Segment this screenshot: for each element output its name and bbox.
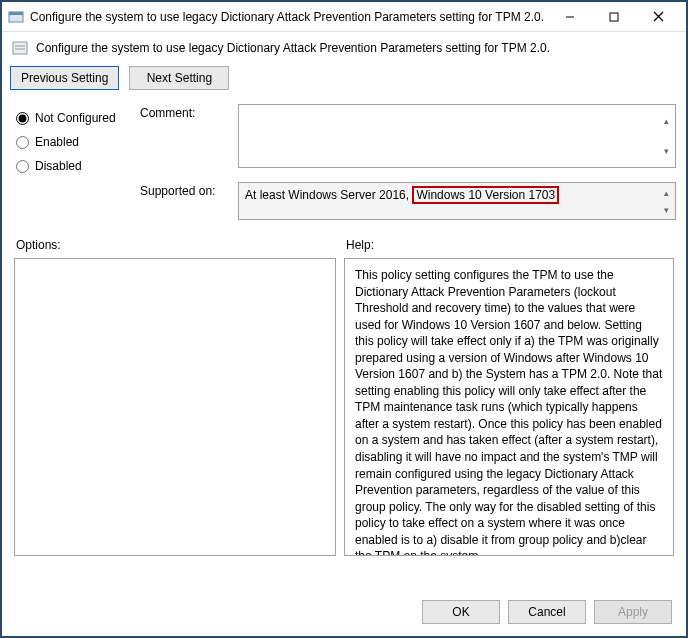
comment-input[interactable]: ▴ ▾: [238, 104, 676, 168]
comment-label: Comment:: [140, 104, 228, 168]
maximize-button[interactable]: [592, 3, 636, 31]
radio-not-configured-label: Not Configured: [35, 111, 116, 125]
radio-disabled-label: Disabled: [35, 159, 82, 173]
svg-rect-1: [9, 12, 23, 15]
dialog-footer: OK Cancel Apply: [2, 590, 686, 636]
options-header: Options:: [16, 238, 346, 252]
svg-rect-3: [610, 13, 618, 21]
radio-enabled-input[interactable]: [16, 136, 29, 149]
minimize-button[interactable]: [548, 3, 592, 31]
apply-button[interactable]: Apply: [594, 600, 672, 624]
radio-not-configured[interactable]: Not Configured: [16, 106, 128, 130]
radio-disabled[interactable]: Disabled: [16, 154, 128, 178]
close-button[interactable]: [636, 3, 680, 31]
radio-not-configured-input[interactable]: [16, 112, 29, 125]
comment-scroll-down-icon[interactable]: ▾: [658, 136, 674, 166]
policy-icon: [12, 40, 28, 56]
state-radios: Not Configured Enabled Disabled: [16, 104, 128, 220]
previous-setting-button[interactable]: Previous Setting: [10, 66, 119, 90]
nav-buttons: Previous Setting Next Setting: [2, 66, 686, 100]
policy-info-text: Configure the system to use legacy Dicti…: [36, 41, 550, 55]
supported-scroll-up-icon[interactable]: ▴: [658, 184, 674, 201]
options-panel: [14, 258, 336, 556]
supported-on-label: Supported on:: [140, 182, 228, 220]
window-title: Configure the system to use legacy Dicti…: [30, 10, 548, 24]
ok-button[interactable]: OK: [422, 600, 500, 624]
cancel-button[interactable]: Cancel: [508, 600, 586, 624]
supported-on-field: At least Windows Server 2016, Windows 10…: [238, 182, 676, 220]
policy-info-line: Configure the system to use legacy Dicti…: [2, 32, 686, 66]
comment-scroll-up-icon[interactable]: ▴: [658, 106, 674, 136]
radio-enabled-label: Enabled: [35, 135, 79, 149]
next-setting-button[interactable]: Next Setting: [129, 66, 229, 90]
help-header: Help:: [346, 238, 374, 252]
help-panel: This policy setting configures the TPM t…: [344, 258, 674, 556]
titlebar: Configure the system to use legacy Dicti…: [2, 2, 686, 32]
radio-disabled-input[interactable]: [16, 160, 29, 173]
supported-on-highlight: Windows 10 Version 1703: [412, 186, 559, 204]
gpedit-icon: [8, 9, 24, 25]
supported-scroll-down-icon[interactable]: ▾: [658, 201, 674, 218]
supported-on-prefix: At least Windows Server 2016,: [245, 188, 409, 202]
svg-rect-6: [13, 42, 27, 54]
help-text: This policy setting configures the TPM t…: [355, 268, 662, 556]
radio-enabled[interactable]: Enabled: [16, 130, 128, 154]
